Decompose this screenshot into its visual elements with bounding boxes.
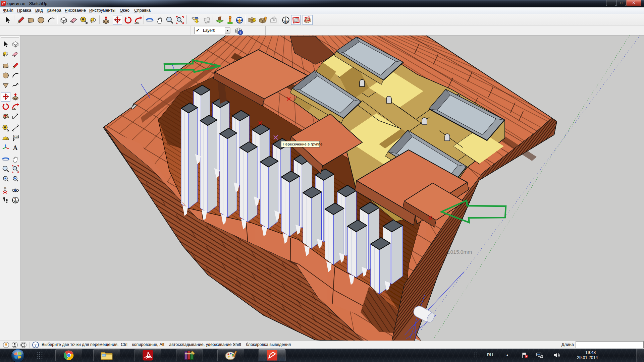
svg-text:R-5: R-5 — [284, 20, 288, 23]
svg-text:R-5: R-5 — [14, 200, 17, 203]
svg-text:ABC: ABC — [14, 136, 19, 138]
svg-text:Пересечение в группе: Пересечение в группе — [283, 142, 322, 146]
svg-text:C: C — [14, 197, 16, 200]
svg-text:?: ? — [35, 343, 37, 348]
svg-text:i: i — [240, 31, 241, 35]
svg-text:A: A — [13, 144, 17, 151]
svg-text:1015.0mm: 1015.0mm — [447, 249, 472, 255]
svg-text:C: C — [285, 17, 286, 19]
